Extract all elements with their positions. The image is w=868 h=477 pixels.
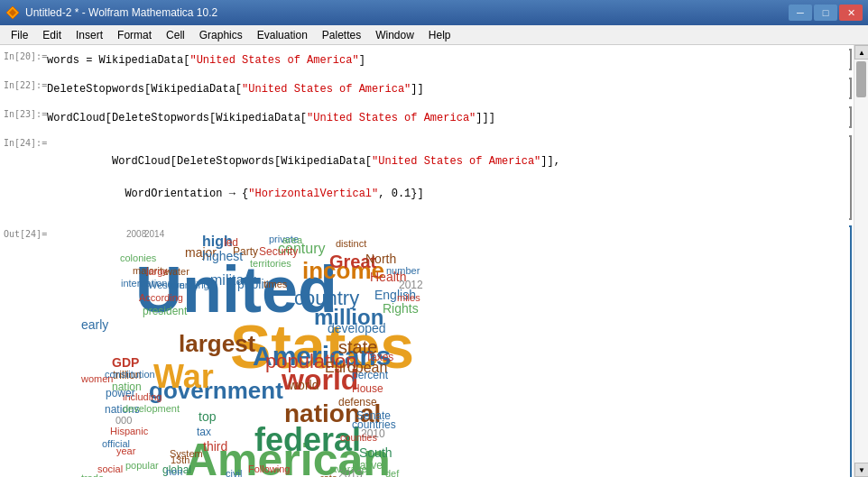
- word-80: miles: [397, 293, 420, 303]
- word-21: top: [199, 410, 216, 423]
- title-bar: Untitled-2 * - Wolfram Mathematica 10.2 …: [0, 0, 868, 25]
- main-area: In[20]:= words = WikipediaData["United S…: [0, 45, 868, 477]
- word-94: countries: [352, 419, 396, 430]
- word-50: civil: [226, 469, 242, 477]
- word-98: early: [81, 318, 108, 331]
- cell-in24: In[24]:= WordCloud[DeleteStopwords[Wikip…: [0, 132, 854, 224]
- word-30: percent: [352, 370, 388, 381]
- word-29: defense: [338, 397, 377, 408]
- notebook[interactable]: In[20]:= words = WikipediaData["United S…: [0, 45, 854, 477]
- word-90: non: [166, 467, 182, 477]
- cell-in20-main: In[20]:= words = WikipediaData["United S…: [0, 49, 839, 70]
- cell-label-in22: In[22]:=: [4, 80, 47, 90]
- word-83: times: [263, 280, 287, 289]
- word-13: country: [294, 289, 359, 308]
- word-40: tax: [197, 427, 211, 437]
- word-99: women: [81, 374, 113, 384]
- cell-label-in23: In[23]:=: [4, 109, 47, 119]
- menu-item-insert[interactable]: Insert: [69, 25, 110, 44]
- word-79: distinct: [336, 239, 366, 249]
- word-33: South: [359, 446, 392, 459]
- minimize-button[interactable]: ─: [789, 5, 812, 21]
- scroll-down-arrow[interactable]: ▼: [854, 463, 868, 477]
- word-84: power: [106, 388, 135, 399]
- bracket-in24: [839, 135, 854, 220]
- window-title: Untitled-2 * - Wolfram Mathematica 10.2: [25, 6, 217, 19]
- word-70: president: [143, 306, 187, 316]
- word-82: area: [282, 235, 302, 245]
- word-86: trade: [81, 473, 104, 477]
- word-38: 2014: [144, 230, 164, 239]
- word-76: Security: [259, 246, 298, 257]
- word-92: 13th: [171, 455, 189, 465]
- word-69: spending: [169, 280, 209, 290]
- word-100: world: [289, 379, 319, 391]
- cell-code-in22: DeleteStopwords[WikipediaData["United St…: [47, 83, 424, 96]
- word-26: Rights: [383, 302, 419, 315]
- word-22: developed: [328, 322, 386, 335]
- cell-code-in23: WordCloud[DeleteStopwords[WikipediaData[…: [47, 112, 495, 124]
- menu-item-cell[interactable]: Cell: [159, 25, 192, 44]
- word-45: Hispanic: [110, 427, 148, 436]
- cell-in20: In[20]:= words = WikipediaData["United S…: [0, 45, 854, 74]
- bracket-in23: [839, 106, 854, 128]
- word-75: highest: [202, 250, 243, 262]
- word-44: 000: [115, 416, 132, 426]
- menu-item-graphics[interactable]: Graphics: [192, 25, 250, 44]
- word-39: GDP: [112, 356, 139, 369]
- window-controls: ─ □ ✕: [789, 5, 863, 21]
- word-91: popular: [125, 461, 159, 471]
- word-24: North: [365, 252, 396, 265]
- title-bar-left: Untitled-2 * - Wolfram Mathematica 10.2: [5, 5, 217, 20]
- word-65: colonies: [120, 253, 156, 263]
- cell-code-in20: words = WikipediaData["United States of …: [47, 54, 365, 67]
- output-label: Out[24]=: [4, 229, 47, 239]
- bracket-in20: [839, 49, 854, 70]
- scroll-up-arrow[interactable]: ▲: [854, 45, 868, 60]
- cell-code-in24: WordCloud[DeleteStopwords[WikipediaData[…: [47, 137, 826, 218]
- scrollbar-track[interactable]: [854, 60, 868, 463]
- word-77: territories: [250, 259, 291, 269]
- word-49: Following: [248, 464, 290, 474]
- word-27: House: [352, 383, 383, 394]
- menu-item-evaluation[interactable]: Evaluation: [250, 25, 315, 44]
- cell-out24: Out[24]= UnitedStatesAmericanAmericansfe…: [0, 224, 854, 477]
- cell-in23: In[23]:= WordCloud[DeleteStopwords[Wikip…: [0, 103, 854, 132]
- cell-in22: In[22]:= DeleteStopwords[WikipediaData["…: [0, 74, 854, 103]
- scrollbar[interactable]: ▲ ▼: [854, 45, 868, 477]
- menu-item-palettes[interactable]: Palettes: [315, 25, 368, 44]
- menu-item-file[interactable]: File: [4, 25, 35, 44]
- menu-bar: FileEditInsertFormatCellGraphicsEvaluati…: [0, 25, 868, 45]
- word-37: 2008: [126, 230, 146, 239]
- menu-item-window[interactable]: Window: [368, 25, 421, 44]
- word-cloud: UnitedStatesAmericanAmericansfederalworl…: [45, 225, 848, 477]
- cell-label-in24: In[24]:=: [4, 138, 47, 148]
- bracket-in22: [839, 78, 854, 99]
- cell-out24-main: Out[24]= UnitedStatesAmericanAmericansfe…: [0, 225, 848, 477]
- close-button[interactable]: ✕: [839, 5, 863, 21]
- cell-in24-main: In[24]:= WordCloud[DeleteStopwords[Wikip…: [0, 135, 839, 220]
- menu-items: FileEditInsertFormatCellGraphicsEvaluati…: [4, 25, 458, 44]
- word-68: According: [139, 293, 183, 303]
- word-95: def: [385, 469, 399, 477]
- word-97: counties: [340, 433, 377, 443]
- word-57: average: [331, 464, 367, 474]
- menu-item-edit[interactable]: Edit: [35, 25, 69, 44]
- word-20: third: [203, 440, 227, 453]
- cell-label-in20: In[20]:=: [4, 51, 47, 61]
- word-36: 2012: [399, 280, 423, 290]
- cell-in23-main: In[23]:= WordCloud[DeleteStopwords[Wikip…: [0, 106, 839, 128]
- maximize-button[interactable]: □: [814, 5, 837, 21]
- word-81: number: [386, 266, 420, 276]
- word-9: War: [153, 361, 214, 393]
- word-31: Taxes: [365, 352, 393, 362]
- app-icon: [5, 5, 20, 20]
- word-67: water: [165, 267, 189, 277]
- cell-in22-main: In[22]:= DeleteStopwords[WikipediaData["…: [0, 78, 839, 99]
- word-61: development: [123, 404, 180, 414]
- word-93: year: [116, 446, 135, 456]
- menu-item-format[interactable]: Format: [110, 25, 159, 44]
- word-8: largest: [179, 332, 255, 355]
- menu-item-help[interactable]: Help: [421, 25, 458, 44]
- scrollbar-thumb[interactable]: [856, 61, 866, 97]
